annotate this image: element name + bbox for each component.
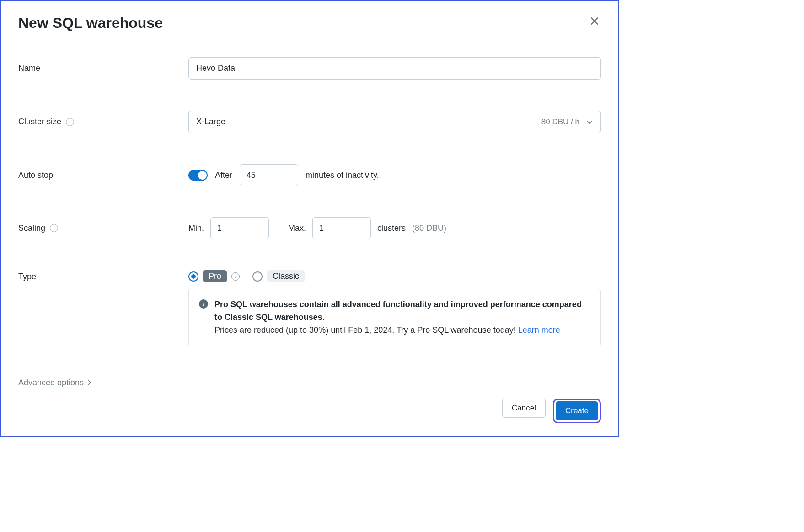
close-icon <box>590 16 599 26</box>
scaling-clusters-label: clusters <box>377 223 406 233</box>
chevron-down-icon <box>586 118 593 126</box>
notice-body-text: Prices are reduced (up to 30%) until Feb… <box>214 325 518 335</box>
type-notice: i Pro SQL warehouses contain all advance… <box>188 289 601 346</box>
cluster-size-select[interactable]: X-Large 80 DBU / h <box>188 111 601 133</box>
advanced-options-label: Advanced options <box>18 378 84 388</box>
info-icon[interactable]: i <box>231 272 240 281</box>
create-button[interactable]: Create <box>556 401 598 420</box>
cluster-size-label: Cluster size <box>18 117 61 127</box>
scaling-label: Scaling <box>18 223 45 233</box>
scaling-max-input[interactable] <box>312 217 371 239</box>
scaling-dbu: (80 DBU) <box>412 223 446 233</box>
new-sql-warehouse-dialog: New SQL warehouse Name Cluster size i X-… <box>0 0 619 437</box>
close-button[interactable] <box>588 15 601 27</box>
create-button-highlight: Create <box>553 399 601 423</box>
type-radio-classic[interactable]: Classic <box>252 270 305 282</box>
auto-stop-after-label: After <box>215 170 232 180</box>
auto-stop-label: Auto stop <box>18 170 188 180</box>
info-icon[interactable]: i <box>66 118 74 126</box>
auto-stop-suffix: minutes of inactivity. <box>306 170 379 180</box>
cancel-button[interactable]: Cancel <box>502 399 546 418</box>
scaling-min-label: Min. <box>188 223 204 233</box>
notice-heading: Pro SQL warehouses contain all advanced … <box>214 300 582 322</box>
type-pro-pill: Pro <box>203 270 227 282</box>
radio-icon <box>252 271 263 282</box>
type-label: Type <box>18 270 188 282</box>
cluster-size-value: X-Large <box>196 117 225 127</box>
name-label: Name <box>18 64 188 73</box>
advanced-options-toggle[interactable]: Advanced options <box>18 378 93 388</box>
divider <box>18 363 601 363</box>
scaling-max-label: Max. <box>288 223 306 233</box>
learn-more-link[interactable]: Learn more <box>518 325 560 335</box>
auto-stop-toggle[interactable] <box>188 170 208 181</box>
info-icon[interactable]: i <box>50 224 58 232</box>
dialog-title: New SQL warehouse <box>18 15 163 32</box>
type-classic-pill: Classic <box>267 270 305 282</box>
info-icon: i <box>199 299 208 309</box>
radio-icon <box>188 271 198 282</box>
name-input[interactable] <box>188 57 601 80</box>
cluster-size-cost: 80 DBU / h <box>541 117 579 127</box>
type-radio-pro[interactable]: Pro i <box>188 270 240 282</box>
chevron-right-icon <box>86 379 93 386</box>
auto-stop-minutes-input[interactable] <box>240 164 298 186</box>
scaling-min-input[interactable] <box>210 217 269 239</box>
